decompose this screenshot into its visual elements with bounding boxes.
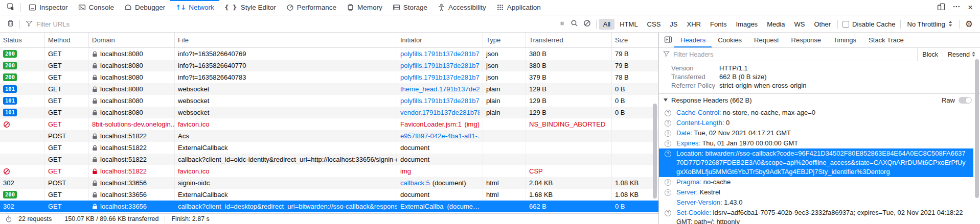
pick-element-button[interactable] <box>4 0 18 15</box>
tab-performance[interactable]: Performance <box>281 0 341 15</box>
help-icon[interactable]: ? <box>665 179 671 186</box>
tab-debugger[interactable]: Debugger <box>119 0 170 15</box>
response-headers-section[interactable]: Response Headers (662 B) Raw <box>659 93 980 106</box>
tab-accessibility[interactable]: Accessibility <box>432 0 491 15</box>
request-row[interactable]: 101GETlocalhost:8080websocketvendor.1791… <box>0 107 658 118</box>
request-row[interactable]: GETlocalhost:51822ExternalCallbackdocume… <box>0 142 658 154</box>
column-header-domain[interactable]: Domain <box>89 33 175 47</box>
request-row[interactable]: 302POSTlocalhost:33656signin-oidccallbac… <box>0 177 658 189</box>
type-filter-html[interactable]: HTML <box>616 19 642 30</box>
disable-cache-control[interactable]: Disable Cache <box>840 20 898 28</box>
initiator-link[interactable]: polyfills.1791b137de281b787… <box>400 50 480 58</box>
request-list-scrollbar[interactable] <box>653 104 657 198</box>
details-tab-response[interactable]: Response <box>785 33 828 47</box>
header-row[interactable]: ?Content-Length 0 <box>659 118 973 128</box>
tab-application[interactable]: Application <box>491 0 546 15</box>
request-row[interactable]: GET8bit-solutions-dev.onelogin.…favicon.… <box>0 118 658 130</box>
clear-requests-button[interactable] <box>4 19 17 29</box>
column-header-status[interactable]: Status <box>0 33 45 47</box>
type-filter-fonts[interactable]: Fonts <box>706 19 731 30</box>
initiator-link[interactable]: theme_head.1791b137de281… <box>400 85 480 93</box>
request-row[interactable]: POSTlocalhost:51822Acse957f897-042e-4ba1… <box>0 130 658 142</box>
request-row[interactable]: 101GETlocalhost:8080websockettheme_head.… <box>0 83 658 95</box>
header-row[interactable]: ?Date Tue, 02 Nov 2021 04:17:21 GMT <box>659 128 973 138</box>
block-url-button[interactable]: Block <box>917 48 943 61</box>
initiator-link[interactable]: callback:5 <box>400 179 430 187</box>
header-row[interactable]: ?Location bitwarden://sso-callback?code=… <box>659 148 973 177</box>
request-row[interactable]: GETlocalhost:51822callback?client_id=oid… <box>0 154 658 165</box>
tab-console[interactable]: Console <box>73 0 120 15</box>
column-header-method[interactable]: Method <box>45 33 89 47</box>
help-icon[interactable]: ? <box>665 151 671 157</box>
request-row[interactable]: 200GETlocalhost:8080info?t=1635826640770… <box>0 60 658 71</box>
request-row[interactable]: 101GETlocalhost:8080websocketpolyfills.1… <box>0 95 658 107</box>
filter-headers-field[interactable]: Block Resend <box>659 48 980 61</box>
help-icon[interactable]: ? <box>665 110 671 116</box>
help-icon[interactable]: ? <box>665 210 671 216</box>
type-filter-images[interactable]: Images <box>732 19 762 30</box>
column-header-file[interactable]: File <box>175 33 397 47</box>
request-row[interactable]: GETlocalhost:51822favicon.icoimgCSP <box>0 165 658 177</box>
close-icon[interactable]: × <box>968 3 973 12</box>
initiator-link[interactable]: polyfills.1791b137de281b787… <box>400 97 480 105</box>
tab-inspector[interactable]: Inspector <box>24 0 73 15</box>
network-settings-button[interactable]: ⚙ <box>962 19 976 29</box>
filter-headers-input[interactable] <box>673 51 917 58</box>
type-filter-all[interactable]: All <box>599 19 614 30</box>
help-icon[interactable]: ? <box>665 120 671 127</box>
split-panel-toggle[interactable] <box>662 36 674 45</box>
column-header-initiator[interactable]: Initiator <box>397 33 483 47</box>
type-filter-js[interactable]: JS <box>666 19 681 30</box>
filter-urls-field[interactable] <box>22 20 556 29</box>
type-filter-media[interactable]: Media <box>763 19 789 30</box>
type-filter-ws[interactable]: WS <box>790 19 809 30</box>
column-header-type[interactable]: Type <box>483 33 526 47</box>
initiator-link[interactable]: FaviconLoader.jsm:191 <box>400 120 462 128</box>
type-filter-css[interactable]: CSS <box>643 19 665 30</box>
column-header-transferred[interactable]: Transferred <box>526 33 612 47</box>
details-tab-timings[interactable]: Timings <box>827 33 862 47</box>
resend-button[interactable]: Resend <box>943 48 980 61</box>
initiator-link[interactable]: ExternalCallback:5 <box>400 203 444 210</box>
tab-network[interactable]: ↑↓Network <box>170 0 219 15</box>
request-row[interactable]: 200GETlocalhost:8080info?t=1635826640769… <box>0 48 658 60</box>
disable-cache-checkbox[interactable] <box>842 21 849 28</box>
header-row[interactable]: Server-Version 1.43.0 <box>659 197 973 208</box>
details-tab-headers[interactable]: Headers <box>674 33 712 47</box>
details-tab-request[interactable]: Request <box>748 33 785 47</box>
header-row[interactable]: ?Expires Thu, 01 Jan 1970 00:00:00 GMT <box>659 138 973 148</box>
details-tab-cookies[interactable]: Cookies <box>712 33 748 47</box>
initiator-link[interactable]: vendor.1791b137de281b787… <box>400 109 480 116</box>
collapse-triangle-icon <box>664 98 668 102</box>
responsive-design-icon[interactable] <box>937 3 945 12</box>
pause-recording-button[interactable] <box>556 20 568 29</box>
details-scrollbar[interactable] <box>975 59 979 198</box>
initiator-link[interactable]: polyfills.1791b137de281b787… <box>400 62 480 69</box>
search-button[interactable] <box>568 19 581 29</box>
type-filter-xhr[interactable]: XHR <box>683 19 705 30</box>
throttling-dropdown[interactable]: No Throttling <box>903 20 956 28</box>
help-icon[interactable]: ? <box>665 140 671 147</box>
tab-style-editor[interactable]: { }Style Editor <box>219 0 281 15</box>
header-row[interactable]: ?Pragma no-cache <box>659 177 973 187</box>
menu-dots-icon[interactable] <box>952 3 961 12</box>
block-requests-button[interactable] <box>581 19 594 29</box>
request-row[interactable]: 200GETlocalhost:33656ExternalCallbackdoc… <box>0 189 658 201</box>
filter-urls-input[interactable] <box>36 20 556 28</box>
tab-memory[interactable]: Memory <box>341 0 388 15</box>
header-row[interactable]: ?Cache-Control no-store, no-cache, max-a… <box>659 108 973 118</box>
header-row[interactable]: ?Set-Cookie idsrv=adf6cba1-7075-402b-9ec… <box>659 208 973 224</box>
initiator-link[interactable]: e957f897-042e-4ba1-aff1-… <box>400 132 480 140</box>
raw-toggle[interactable] <box>959 97 972 104</box>
tab-storage[interactable]: Storage <box>388 0 432 15</box>
summary-value: strict-origin-when-cross-origin <box>719 81 807 90</box>
request-row[interactable]: 302GETlocalhost:33656callback?client_id=… <box>0 201 658 212</box>
type-filter-other[interactable]: Other <box>810 19 835 30</box>
column-header-size[interactable]: Size <box>612 33 658 47</box>
help-icon[interactable]: ? <box>665 189 671 196</box>
help-icon[interactable]: ? <box>665 130 671 137</box>
request-row[interactable]: 200GETlocalhost:8080info?t=1635826640783… <box>0 71 658 83</box>
header-row[interactable]: ?Server Kestrel <box>659 187 973 197</box>
initiator-link[interactable]: polyfills.1791b137de281b787… <box>400 73 480 81</box>
details-tab-stack-trace[interactable]: Stack Trace <box>862 33 910 47</box>
